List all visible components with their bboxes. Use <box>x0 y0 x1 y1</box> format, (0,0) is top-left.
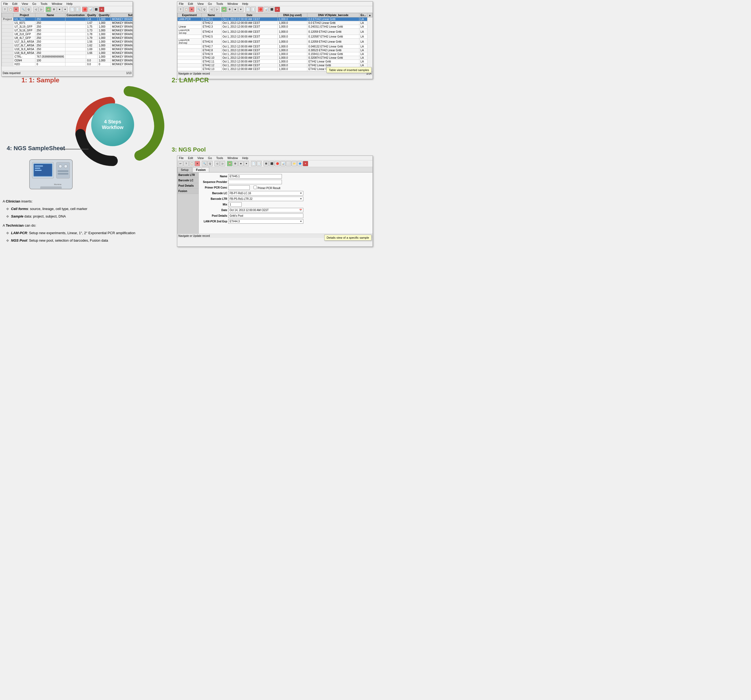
tb-btn-11[interactable]: ✦ <box>62 7 68 12</box>
tb-f-9[interactable]: 🏠 <box>227 161 232 166</box>
tb-f-12[interactable]: ✦ <box>244 161 249 166</box>
tb-f-17[interactable]: 🔴 <box>275 161 280 166</box>
tb-btn-8[interactable]: 🏠 <box>46 7 51 12</box>
table-cell: MONKEY BRAIN LV TREATED 1... <box>111 25 133 29</box>
tb-f-7[interactable]: ◁ <box>214 161 219 166</box>
menu-file-r[interactable]: File <box>178 2 185 6</box>
tb-f-20[interactable]: 📁 <box>292 161 297 166</box>
tb-r-15[interactable]: 📊 <box>263 7 269 12</box>
tb-btn-4[interactable]: 🔍 <box>20 7 26 12</box>
tb-btn-2[interactable]: 📋 <box>8 7 13 12</box>
col-scroll[interactable]: ▲ <box>368 13 372 17</box>
menu-view[interactable]: View <box>21 2 29 6</box>
menu-help-f[interactable]: Help <box>241 156 249 160</box>
sample-table-wrapper[interactable]: Project Name Concentration Quality Quant… <box>2 13 133 71</box>
tb-f-8[interactable]: ▷ <box>220 161 225 166</box>
tb-btn-14[interactable]: 🔴 <box>82 7 87 12</box>
tb-f-6[interactable]: Q <box>207 161 213 166</box>
lam-pcr-dropdown[interactable]: ET#44.3 ▼ <box>228 219 303 224</box>
tb-r-14[interactable]: 🔴 <box>258 7 263 12</box>
tb-r-17[interactable]: ✕ <box>275 7 280 12</box>
tb-r-4[interactable]: 🔍 <box>196 7 201 12</box>
tb-f-11[interactable]: ★ <box>238 161 244 166</box>
col-name[interactable]: Name <box>201 13 221 17</box>
tb-btn-12[interactable]: 📄 <box>70 7 75 12</box>
date-field[interactable]: Oct 14, 2013 12:00:00 AM CEST 📅 <box>228 208 303 212</box>
col-header-quantity[interactable]: Quantity <box>97 13 111 17</box>
table-cell: 1.78 <box>86 32 97 36</box>
tb-r-9[interactable]: ⚙ <box>227 7 232 12</box>
tb-btn-3[interactable]: ✕ <box>14 7 19 12</box>
tb-f-14[interactable]: 📑 <box>257 161 262 166</box>
tb-f-5[interactable]: 🔍 <box>202 161 207 166</box>
primer-result-checkbox[interactable] <box>253 185 257 189</box>
col-experiment[interactable]: Experiment <box>178 13 202 17</box>
tb-f-16[interactable]: ⬛ <box>269 161 274 166</box>
menu-window[interactable]: Window <box>51 2 63 6</box>
col-header-quality[interactable]: Quality <box>86 13 97 17</box>
tb-r-2[interactable]: 📋 <box>184 7 189 12</box>
seq-provider-input[interactable] <box>228 180 282 184</box>
tb-btn-16[interactable]: ⬛ <box>93 7 99 12</box>
tb-f-21[interactable]: 🔷 <box>297 161 303 166</box>
top-left-window: File Edit View Go Tools Window Help ? 📋 … <box>2 2 133 76</box>
menu-tools-r[interactable]: Tools <box>215 2 224 6</box>
tb-r-16[interactable]: ⬛ <box>269 7 274 12</box>
tb-btn-13[interactable]: 📑 <box>75 7 80 12</box>
tb-btn-1[interactable]: ? <box>2 7 8 12</box>
col-header-name[interactable]: Name <box>36 13 65 17</box>
tb-r-1[interactable]: ? <box>178 7 183 12</box>
primer-conc-input[interactable] <box>228 185 250 190</box>
col-date[interactable]: Date <box>221 13 278 17</box>
menu-edit[interactable]: Edit <box>11 2 19 6</box>
menu-help-r[interactable]: Help <box>241 2 249 6</box>
tb-r-5[interactable]: Q <box>202 7 207 12</box>
tb-r-3[interactable]: ✕ <box>189 7 195 12</box>
tb-r-7[interactable]: ▷ <box>214 7 219 12</box>
tb-r-10[interactable]: ★ <box>233 7 238 12</box>
menu-go[interactable]: Go <box>31 2 37 6</box>
tb-f-18[interactable]: 📊 <box>280 161 286 166</box>
lampcr-table-wrapper[interactable]: Experiment Name Date DNA (ng used) DNA V… <box>177 13 372 71</box>
tb-r-6[interactable]: ◁ <box>209 7 214 12</box>
barcode-ltr-dropdown[interactable]: FB-P5-Rd1-LTR.22 ▼ <box>228 196 303 201</box>
menu-edit-r[interactable]: Edit <box>187 2 194 6</box>
tb-r-13[interactable]: 📑 <box>251 7 256 12</box>
menu-tools[interactable]: Tools <box>39 2 49 6</box>
tb-r-8[interactable]: 🏠 <box>221 7 227 12</box>
col-header-project[interactable]: Project <box>13 13 35 17</box>
name-input[interactable] <box>228 174 282 179</box>
tb-f-13[interactable]: 📄 <box>251 161 256 166</box>
pool-details-input[interactable] <box>228 213 303 218</box>
tb-btn-17[interactable]: ✕ <box>99 7 104 12</box>
tb-btn-15[interactable]: 📊 <box>88 7 93 12</box>
col-ex[interactable]: Ex... <box>359 13 368 17</box>
col-barcode[interactable]: DNA VCNplate_barcode <box>308 13 359 17</box>
tb-f-10[interactable]: ⚙ <box>233 161 238 166</box>
tb-btn-6[interactable]: ◁ <box>33 7 39 12</box>
menu-tools-f[interactable]: Tools <box>215 156 224 160</box>
menu-view-r[interactable]: View <box>196 2 205 6</box>
col-header-subject[interactable]: Subject <box>111 13 133 17</box>
tb-f-22[interactable]: ✕ <box>303 161 308 166</box>
menu-go-f[interactable]: Go <box>207 156 213 160</box>
menu-go-r[interactable]: Go <box>207 2 213 6</box>
table-cell: 0.048132 ET#42 Linear Gritti <box>308 45 359 49</box>
tb-btn-5[interactable]: Q <box>26 7 31 12</box>
tb-r-11[interactable]: ✦ <box>238 7 244 12</box>
menu-file[interactable]: File <box>2 2 9 6</box>
mix-input[interactable] <box>228 202 242 207</box>
menu-help[interactable]: Help <box>65 2 74 6</box>
barcode-lc-dropdown[interactable]: FB-P7-Rd2-LC.16 ▼ <box>228 191 303 196</box>
menu-window-f[interactable]: Window <box>226 156 239 160</box>
tb-f-15[interactable]: 🏛 <box>263 161 269 166</box>
col-dna[interactable]: DNA (ng used) <box>278 13 307 17</box>
tb-btn-9[interactable]: ⚙ <box>51 7 57 12</box>
table-cell: 767.059999999999995 <box>36 55 65 59</box>
col-header-concentration[interactable]: Concentration <box>65 13 86 17</box>
menu-window-r[interactable]: Window <box>226 2 239 6</box>
tb-f-19[interactable]: ⬜ <box>286 161 291 166</box>
tb-r-12[interactable]: 📄 <box>245 7 250 12</box>
tb-btn-10[interactable]: ★ <box>57 7 62 12</box>
tb-btn-7[interactable]: ▷ <box>39 7 44 12</box>
